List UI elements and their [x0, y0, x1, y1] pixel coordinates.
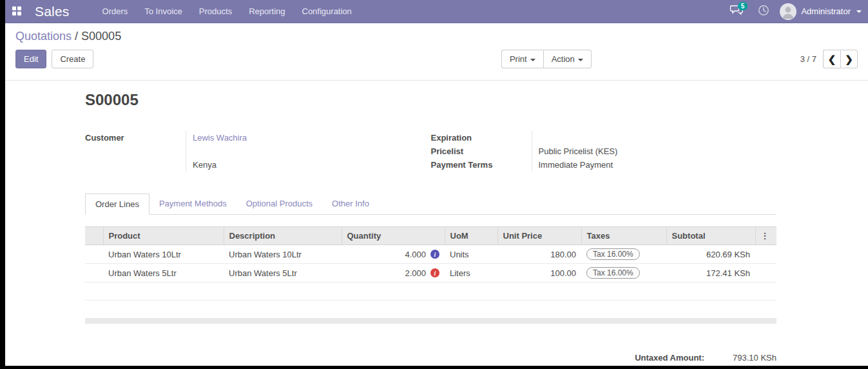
description-column-header[interactable]: Description	[224, 227, 342, 245]
cell-subtotal: 620.69 KSh	[666, 245, 755, 264]
tab-payment-methods[interactable]: Payment Methods	[149, 194, 236, 215]
app-brand[interactable]: Sales	[35, 4, 70, 19]
forecast-warning-icon[interactable]: i	[430, 268, 439, 277]
unit-price-column-header[interactable]: Unit Price	[497, 227, 581, 245]
control-panel: Quotations / S00005 Edit Create Print Ac…	[5, 23, 868, 81]
apps-grid-icon	[12, 6, 22, 16]
customer-value[interactable]: Lewis Wachira	[186, 131, 431, 145]
avatar	[780, 3, 796, 20]
empty-line-row[interactable]	[85, 283, 776, 301]
action-caret-icon	[578, 59, 583, 61]
clock-icon	[758, 5, 769, 19]
print-caret-icon	[530, 59, 535, 61]
cell-product[interactable]: Urban Waters 10Ltr	[103, 245, 224, 264]
messages-button[interactable]: 5	[726, 0, 747, 23]
breadcrumb: Quotations / S00005	[15, 30, 858, 43]
taxes-column-header[interactable]: Taxes	[581, 227, 666, 245]
menu-products[interactable]: Products	[192, 1, 239, 22]
chevron-left-icon: ❮	[828, 54, 836, 65]
pager-counter: 3 / 7	[800, 54, 816, 64]
form-view: S00005 Customer Lewis Wachira Kenya Expi…	[5, 81, 868, 366]
breadcrumb-current: S00005	[81, 30, 121, 43]
quantity-column-header[interactable]: Quantity	[342, 227, 445, 245]
apps-menu-button[interactable]	[5, 0, 28, 23]
notebook-tabs: Order Lines Payment Methods Optional Pro…	[85, 194, 776, 215]
navbar-right: 5 Administrator	[726, 0, 868, 23]
app-window: Sales Orders To Invoice Products Reporti…	[5, 0, 868, 366]
cell-description[interactable]: Urban Waters 5Ltr	[224, 264, 342, 283]
payment-terms-label: Payment Terms	[431, 158, 532, 172]
table-header-row: Product Description Quantity UoM Unit Pr…	[85, 227, 776, 245]
cell-uom[interactable]: Units	[445, 245, 497, 264]
menu-to-invoice[interactable]: To Invoice	[137, 1, 189, 22]
top-navbar: Sales Orders To Invoice Products Reporti…	[5, 0, 868, 23]
customer-label: Customer	[85, 131, 186, 145]
customer-country: Kenya	[186, 158, 431, 172]
user-menu[interactable]: Administrator	[780, 3, 862, 20]
handle-column-header	[85, 227, 103, 245]
quotation-title: S00005	[85, 91, 776, 109]
user-name: Administrator	[801, 6, 851, 16]
payment-terms-value: Immediate Payment	[532, 158, 777, 172]
action-dropdown-button[interactable]: Action	[543, 50, 592, 68]
subtotal-column-header[interactable]: Subtotal	[666, 227, 755, 245]
order-line-row[interactable]: Urban Waters 5Ltr Urban Waters 5Ltr 2.00…	[85, 264, 776, 283]
order-lines-table: Product Description Quantity UoM Unit Pr…	[85, 226, 776, 301]
activities-button[interactable]	[753, 0, 775, 23]
cell-description[interactable]: Urban Waters 10Ltr	[224, 245, 342, 264]
print-dropdown-button[interactable]: Print	[501, 50, 543, 68]
forecast-info-icon[interactable]: i	[430, 250, 439, 259]
pager-next-button[interactable]: ❯	[840, 50, 858, 68]
field-groups: Customer Lewis Wachira Kenya Expiration …	[85, 131, 776, 172]
tax-badge: Tax 16.00%	[586, 267, 640, 279]
pricelist-value: Public Pricelist (KES)	[532, 145, 777, 158]
caret-down-icon	[856, 10, 862, 13]
cell-quantity: 2.000	[405, 268, 426, 278]
totals-block: Untaxed Amount: 793.10 KSh Taxes: 126.90…	[85, 351, 776, 366]
untaxed-amount-value: 793.10 KSh	[704, 353, 776, 363]
pricelist-label: Pricelist	[431, 145, 532, 158]
expiration-value	[532, 131, 777, 145]
cell-unit-price[interactable]: 100.00	[497, 264, 581, 283]
untaxed-amount-label: Untaxed Amount:	[635, 353, 704, 363]
tab-order-lines[interactable]: Order Lines	[85, 194, 149, 215]
tab-optional-products[interactable]: Optional Products	[236, 194, 322, 215]
menu-reporting[interactable]: Reporting	[242, 1, 292, 22]
menu-configuration[interactable]: Configuration	[295, 1, 359, 22]
cell-uom[interactable]: Liters	[445, 264, 497, 283]
pager-previous-button[interactable]: ❮	[823, 50, 840, 68]
cell-product[interactable]: Urban Waters 5Ltr	[103, 264, 224, 283]
create-button[interactable]: Create	[52, 50, 93, 68]
tab-other-info[interactable]: Other Info	[322, 194, 379, 215]
main-menu: Orders To Invoice Products Reporting Con…	[95, 1, 359, 22]
chevron-right-icon: ❯	[845, 54, 853, 65]
breadcrumb-separator: /	[72, 30, 81, 43]
order-line-row[interactable]: Urban Waters 10Ltr Urban Waters 10Ltr 4.…	[85, 245, 776, 264]
product-column-header[interactable]: Product	[103, 227, 224, 245]
menu-orders[interactable]: Orders	[95, 1, 135, 22]
expiration-label: Expiration	[431, 131, 532, 145]
cell-unit-price[interactable]: 180.00	[497, 245, 581, 264]
breadcrumb-quotations[interactable]: Quotations	[15, 30, 72, 43]
cell-quantity: 4.000	[405, 250, 426, 259]
optional-columns-button[interactable]: ⋮	[755, 227, 776, 245]
uom-column-header[interactable]: UoM	[445, 227, 497, 245]
edit-button[interactable]: Edit	[15, 50, 46, 68]
section-separator	[85, 318, 776, 324]
tax-badge: Tax 16.00%	[586, 248, 640, 260]
cell-subtotal: 172.41 KSh	[666, 264, 755, 283]
quotation-sheet: S00005 Customer Lewis Wachira Kenya Expi…	[85, 81, 776, 366]
messages-count-badge: 5	[738, 2, 748, 10]
